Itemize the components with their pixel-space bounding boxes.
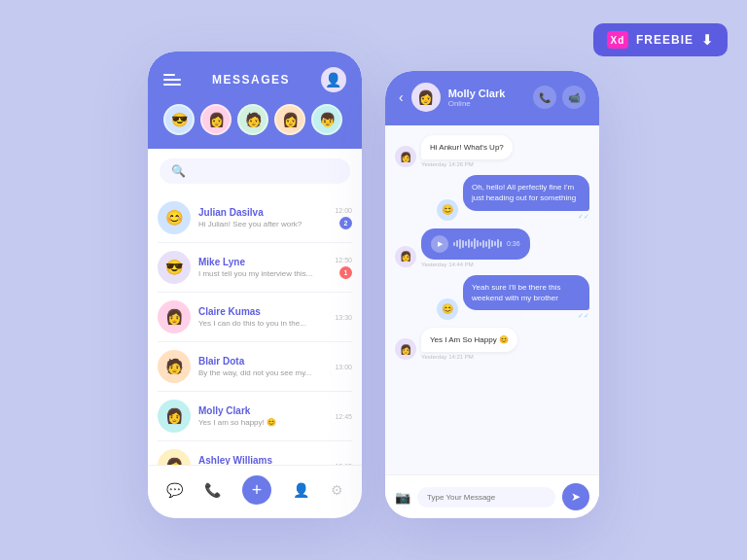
settings-tab-icon[interactable]: ⚙ [331, 482, 343, 498]
sent-bubble: Oh, hello! All perfectly fine I'm just h… [463, 175, 589, 210]
search-bar[interactable]: 🔍 [160, 158, 350, 184]
messages-header: MESSAGES 👤 😎 👩 🧑 👩 👦 [148, 52, 362, 149]
profile-avatar[interactable]: 👤 [321, 67, 346, 92]
received-bubble: Hi Ankur! What's Up? [421, 135, 513, 159]
conv-meta: 12:50 1 [335, 257, 352, 279]
conv-info: Blair Dota By the way, did not you see m… [198, 356, 327, 377]
conv-preview: Hi Julian! See you after work? [198, 220, 327, 228]
chat-tab-icon[interactable]: 💬 [166, 482, 183, 498]
conv-preview: Yes I am so happy! 😊 [198, 418, 327, 427]
chat-header-actions: 📞 📹 [533, 86, 586, 109]
msg-avatar: 👩 [395, 146, 416, 167]
chat-input-area: 📷 ➤ [385, 474, 599, 518]
msg-avatar: 👩 [395, 246, 416, 267]
add-button[interactable]: + [242, 475, 271, 505]
conv-time: 12:45 [335, 413, 352, 420]
conv-avatar: 😊 [158, 201, 191, 234]
conv-preview: By the way, did not you see my... [198, 368, 327, 377]
chat-header-info: Molly Clark Online [448, 88, 525, 108]
audio-duration: 0:36 [507, 240, 520, 247]
message-input[interactable] [417, 487, 555, 508]
chat-contact-status: Online [448, 99, 525, 108]
search-icon: 🔍 [171, 164, 186, 178]
story-avatar-2[interactable]: 👩 [200, 104, 231, 135]
video-call-button[interactable]: 📹 [562, 86, 586, 109]
conv-time: 12:00 [335, 207, 352, 214]
conv-info: Mike Lyne I must tell you my interview t… [198, 257, 327, 278]
msg-time: Yesterday 14:36 PM ✓✓ [522, 213, 589, 221]
conv-meta: 12:45 [335, 413, 352, 420]
phones-container: MESSAGES 👤 😎 👩 🧑 👩 👦 🔍 😊 Julian Dasilva … [148, 52, 599, 518]
conversations-list: 😊 Julian Dasilva Hi Julian! See you afte… [148, 193, 362, 465]
hamburger-icon[interactable] [163, 74, 181, 86]
conv-name: Blair Dota [198, 356, 327, 367]
conv-info: Molly Clark Yes I am so happy! 😊 [198, 405, 327, 427]
audio-play-button[interactable]: ▶ [431, 235, 448, 253]
sent-avatar: 😊 [437, 298, 458, 320]
received-msg-group: Hi Ankur! What's Up? Yesterday 14:26 PM [421, 135, 513, 167]
phone-left: MESSAGES 👤 😎 👩 🧑 👩 👦 🔍 😊 Julian Dasilva … [148, 52, 362, 518]
conversation-item[interactable]: 😊 Julian Dasilva Hi Julian! See you afte… [158, 193, 352, 243]
conv-info: Julian Dasilva Hi Julian! See you after … [198, 207, 327, 228]
conv-avatar: 🧑 [158, 350, 191, 383]
unread-badge: 1 [339, 266, 352, 279]
phone-tab-icon[interactable]: 📞 [204, 482, 221, 498]
send-icon: ➤ [571, 490, 581, 504]
audio-waveform [453, 238, 502, 249]
chat-messages: 👩 Hi Ankur! What's Up? Yesterday 14:26 P… [385, 125, 599, 474]
conv-avatar: 😎 [158, 251, 191, 284]
download-icon[interactable]: ⬇ [701, 32, 714, 48]
conv-avatar: 👩 [158, 449, 191, 465]
story-avatar-3[interactable]: 🧑 [237, 104, 268, 135]
conversation-item[interactable]: 👩 Claire Kumas Yes I can do this to you … [158, 293, 352, 342]
back-icon[interactable]: ‹ [399, 89, 404, 105]
sent-msg-group: Yeah sure I'll be there this weekend wit… [463, 275, 589, 320]
message-row: 👩 Yes I Am So Happy 😊 Yesterday 14:21 PM [395, 328, 589, 360]
conv-meta: 12:00 2 [335, 207, 352, 229]
conv-preview: Yes I can do this to you in the... [198, 319, 327, 328]
conversation-item[interactable]: 🧑 Blair Dota By the way, did not you see… [158, 342, 352, 392]
msg-time: Yesterday 14:44 PM [421, 262, 474, 267]
contacts-tab-icon[interactable]: 👤 [293, 482, 309, 498]
message-row: 👩 Hi Ankur! What's Up? Yesterday 14:26 P… [395, 135, 589, 167]
chat-contact-name: Molly Clark [448, 88, 525, 99]
conv-info: Claire Kumas Yes I can do this to you in… [198, 306, 327, 328]
msg-time: Yesterday 18:51 PM ✓✓ [522, 312, 589, 320]
conv-name: Claire Kumas [198, 306, 327, 317]
audio-bubble: ▶ 0:36 [421, 228, 530, 260]
received-msg-group: Yes I Am So Happy 😊 Yesterday 14:21 PM [421, 328, 517, 360]
sent-avatar: 😊 [437, 199, 458, 221]
xd-badge[interactable]: Xd FREEBIE ⬇ [593, 23, 728, 56]
story-avatar-1[interactable]: 😎 [163, 104, 195, 135]
conv-name: Mike Lyne [198, 257, 327, 267]
conv-info: Ashley Williams I'll be there this weeke… [198, 455, 327, 465]
read-check: ✓✓ [578, 312, 589, 320]
msg-time: Yesterday 14:21 PM [421, 354, 474, 360]
messages-title: MESSAGES [212, 73, 290, 87]
conversation-item[interactable]: 👩 Ashley Williams I'll be there this wee… [158, 441, 352, 465]
audio-msg-group: ▶ 0:36 Yesterday 14:44 PM [421, 228, 530, 267]
conv-preview: I must tell you my interview this... [198, 269, 327, 278]
conv-meta: 13:00 [335, 364, 352, 370]
message-row: Oh, hello! All perfectly fine I'm just h… [395, 175, 589, 220]
story-avatar-5[interactable]: 👦 [311, 104, 342, 135]
msg-time: Yesterday 14:26 PM [421, 161, 474, 167]
read-check: ✓✓ [578, 213, 589, 221]
stories-row: 😎 👩 🧑 👩 👦 [163, 104, 346, 135]
conv-avatar: 👩 [158, 400, 191, 433]
voice-call-button[interactable]: 📞 [533, 86, 556, 109]
conversation-item[interactable]: 😎 Mike Lyne I must tell you my interview… [158, 243, 352, 293]
phone-right: ‹ 👩 Molly Clark Online 📞 📹 👩 Hi Ankur! W… [385, 71, 599, 518]
camera-icon[interactable]: 📷 [395, 490, 410, 505]
conversation-item[interactable]: 👩 Molly Clark Yes I am so happy! 😊 12:45 [158, 392, 352, 441]
xd-logo: Xd [607, 31, 628, 49]
chat-avatar: 👩 [411, 83, 441, 112]
send-button[interactable]: ➤ [562, 483, 589, 510]
chat-header: ‹ 👩 Molly Clark Online 📞 📹 [385, 71, 599, 125]
story-avatar-4[interactable]: 👩 [274, 104, 305, 135]
freebie-label: FREEBIE [636, 33, 694, 47]
left-phone-footer: 💬 📞 + 👤 ⚙ [148, 465, 362, 518]
message-row: 👩 ▶ 0:36 Yesterday 14:44 PM [395, 228, 589, 267]
message-row: Yeah sure I'll be there this weekend wit… [395, 275, 589, 320]
conv-time: 12:50 [335, 257, 352, 263]
